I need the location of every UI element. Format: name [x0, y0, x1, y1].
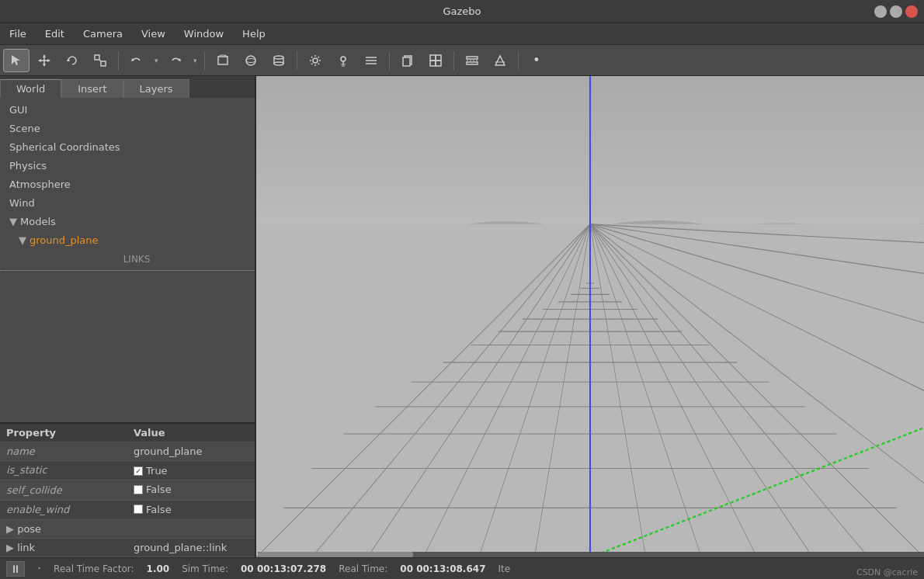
- lines-button[interactable]: [358, 49, 384, 72]
- ground-plane-arrow-icon: ▼: [19, 234, 26, 246]
- prop-label-name: name: [0, 442, 127, 460]
- tree-item-atmosphere[interactable]: Atmosphere: [0, 175, 255, 194]
- cylinder-button[interactable]: [266, 49, 292, 72]
- rotate-tool-button[interactable]: [59, 49, 85, 72]
- property-table: Property Value name ground_plane is_stat…: [0, 422, 255, 558]
- menu-window[interactable]: Window: [181, 26, 227, 41]
- prop-expandable-pose[interactable]: ▶ pose: [0, 520, 255, 539]
- prop-value-enable-wind[interactable]: False: [127, 500, 255, 520]
- self-collide-checkbox[interactable]: [134, 485, 143, 494]
- prop-row-self-collide: self_collide False: [0, 480, 255, 501]
- svg-point-20: [274, 62, 283, 65]
- menubar: File Edit Camera View Window Help: [0, 23, 924, 45]
- 3d-viewport[interactable]: [256, 76, 924, 557]
- tree-item-links[interactable]: LINKS: [0, 250, 255, 269]
- tab-insert[interactable]: Insert: [61, 79, 123, 98]
- svg-rect-8: [101, 61, 106, 66]
- scrollbar-thumb[interactable]: [258, 552, 413, 557]
- main-area: World Insert Layers GUI Scene Spherical …: [0, 76, 924, 557]
- box-button[interactable]: [210, 49, 236, 72]
- select-tool-button[interactable]: [3, 49, 30, 72]
- title-bar: Gazebo: [0, 0, 924, 23]
- maximize-button[interactable]: [890, 5, 902, 18]
- menu-file[interactable]: File: [6, 26, 30, 41]
- menu-camera[interactable]: Camera: [80, 26, 126, 41]
- redo-dropdown-button[interactable]: ▾: [190, 49, 200, 72]
- copy-button[interactable]: [394, 49, 421, 72]
- translate-tool-button[interactable]: [31, 49, 57, 72]
- ground-grid: [256, 76, 924, 557]
- svg-line-9: [99, 60, 101, 61]
- toolbar: ▾ ▾: [0, 45, 924, 76]
- sphere-button[interactable]: [238, 49, 264, 72]
- tree-divider: [0, 270, 255, 271]
- minimize-button[interactable]: [874, 5, 887, 18]
- svg-rect-46: [467, 62, 478, 64]
- sun-button[interactable]: [302, 49, 328, 72]
- tree-item-gui[interactable]: GUI: [0, 101, 255, 120]
- pointlight-button[interactable]: [330, 49, 356, 72]
- align-button[interactable]: [459, 49, 485, 72]
- svg-line-31: [311, 63, 313, 64]
- more-button[interactable]: •: [523, 49, 550, 72]
- prop-row-name: name ground_plane: [0, 442, 255, 460]
- svg-rect-40: [403, 57, 410, 66]
- menu-help[interactable]: Help: [239, 26, 269, 41]
- menu-view[interactable]: View: [138, 26, 168, 41]
- toolbar-sep-1: [118, 51, 119, 70]
- svg-point-17: [246, 56, 255, 65]
- toolbar-sep-6: [518, 51, 519, 70]
- svg-marker-3: [43, 64, 46, 67]
- real-time-value: 00 00:13:08.647: [400, 563, 485, 574]
- svg-rect-7: [95, 55, 99, 60]
- prop-value-self-collide[interactable]: False: [127, 480, 255, 501]
- prop-label-is-static: is_static: [0, 460, 127, 480]
- real-time-factor-label: Real Time Factor:: [54, 563, 134, 574]
- tree-item-models[interactable]: ▼Models: [0, 213, 255, 231]
- prop-row-enable-wind: enable_wind False: [0, 500, 255, 520]
- tree-item-ground-plane[interactable]: ▼ground_plane: [0, 231, 255, 250]
- horizontal-scrollbar[interactable]: [258, 552, 924, 557]
- prop-value-is-static[interactable]: True: [127, 460, 255, 480]
- svg-rect-43: [430, 61, 436, 66]
- real-time-factor-value: 1.00: [147, 563, 170, 574]
- snap-button[interactable]: [487, 49, 513, 72]
- real-time-label: Real Time:: [339, 563, 387, 574]
- svg-rect-45: [467, 57, 478, 59]
- prop-col-property: Property: [0, 423, 127, 442]
- scale-tool-button[interactable]: [87, 49, 113, 72]
- enable-wind-checkbox[interactable]: [134, 504, 143, 514]
- toolbar-sep-4: [389, 51, 390, 70]
- undo-button[interactable]: [123, 49, 150, 72]
- stack-button[interactable]: [422, 49, 449, 72]
- prop-label-link[interactable]: ▶ link: [0, 539, 127, 557]
- svg-rect-12: [218, 57, 228, 64]
- tab-world[interactable]: World: [0, 79, 61, 98]
- tree-item-spherical[interactable]: Spherical Coordinates: [0, 138, 255, 157]
- prop-row-link[interactable]: ▶ link ground_plane::link: [0, 539, 255, 557]
- tab-layers[interactable]: Layers: [123, 79, 189, 98]
- menu-edit[interactable]: Edit: [42, 26, 68, 41]
- close-button[interactable]: [905, 5, 918, 18]
- undo-dropdown-button[interactable]: ▾: [151, 49, 161, 72]
- prop-value-name[interactable]: ground_plane: [127, 442, 255, 460]
- tree-item-wind[interactable]: Wind: [0, 194, 255, 213]
- svg-point-32: [341, 57, 346, 61]
- tree-item-physics[interactable]: Physics: [0, 157, 255, 175]
- prop-row-pose[interactable]: ▶ pose: [0, 520, 255, 539]
- statusbar: ⏸ · Real Time Factor: 1.00 Sim Time: 00 …: [0, 557, 924, 579]
- left-panel: World Insert Layers GUI Scene Spherical …: [0, 76, 256, 557]
- svg-marker-4: [38, 59, 41, 62]
- svg-rect-42: [436, 55, 441, 61]
- is-static-checkbox[interactable]: [134, 466, 143, 476]
- sim-time-value: 00 00:13:07.278: [241, 563, 326, 574]
- prop-row-is-static: is_static True: [0, 460, 255, 480]
- prop-label-enable-wind: enable_wind: [0, 500, 127, 520]
- status-extra: Ite: [498, 563, 510, 574]
- window-controls: [874, 5, 918, 18]
- pause-button[interactable]: ⏸: [6, 561, 25, 577]
- tree-item-scene[interactable]: Scene: [0, 120, 255, 138]
- sim-time-label: Sim Time:: [182, 563, 228, 574]
- svg-line-29: [318, 63, 320, 64]
- redo-button[interactable]: [162, 49, 189, 72]
